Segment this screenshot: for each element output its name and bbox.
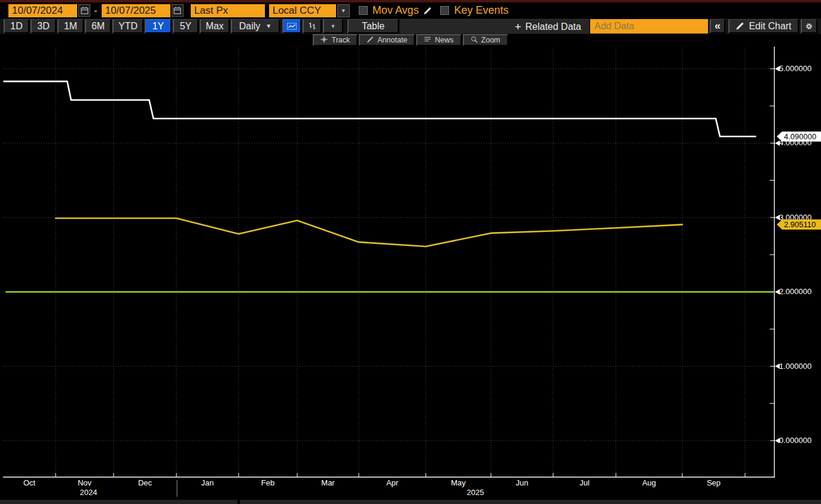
x-axis-month-label: May	[444, 478, 473, 487]
x-axis-year-label: 2024	[74, 488, 103, 497]
x-axis-month-label: Jul	[570, 478, 599, 487]
x-axis-month-label: Oct	[15, 478, 44, 487]
gold-line	[56, 218, 682, 246]
axes-layer	[3, 47, 780, 497]
grid-layer	[3, 48, 774, 477]
window-bottom-strip	[0, 500, 821, 504]
x-axis-month-label: Sep	[700, 478, 728, 487]
y-axis-tick-label: 1.000000	[779, 362, 811, 371]
bloomberg-chart-window: { "toolbar1": { "date_start": "10/07/202…	[0, 0, 821, 504]
y-axis-tick-label: 2.000000	[779, 287, 811, 296]
x-axis-month-label: Jan	[193, 478, 222, 487]
last-price-badge-white: 4.090000	[777, 132, 821, 142]
price-chart[interactable]	[0, 0, 821, 504]
x-axis-month-label: Jun	[508, 478, 536, 487]
last-px-white-step-line	[4, 81, 756, 136]
x-axis-year-label: 2025	[461, 488, 490, 497]
y-axis-tick-label: 0.000000	[779, 436, 811, 445]
y-axis-tick-label: 5.000000	[779, 64, 811, 73]
x-axis-month-label: Aug	[635, 478, 664, 487]
last-price-badge-gold: 2.905110	[777, 219, 821, 230]
x-axis-month-label: Mar	[314, 478, 343, 487]
series-layer	[4, 81, 774, 292]
x-axis-month-label: Feb	[254, 478, 282, 487]
x-axis-month-label: Nov	[71, 478, 99, 487]
x-axis-month-label: Apr	[378, 478, 407, 487]
x-axis-month-label: Dec	[131, 478, 160, 487]
